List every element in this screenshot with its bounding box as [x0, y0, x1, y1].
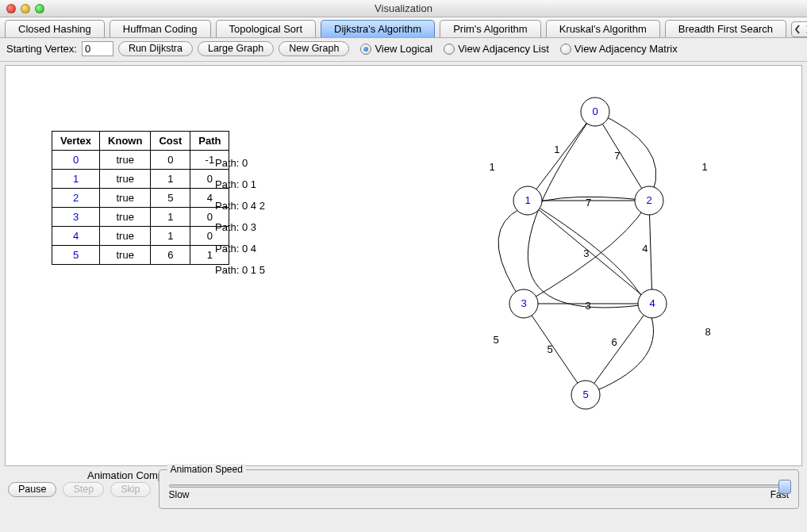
speed-label: Animation Speed	[167, 464, 246, 475]
speed-slider[interactable]	[169, 484, 790, 488]
edge-weight: 7	[614, 150, 620, 162]
tab-topological[interactable]: Topological Sort	[216, 20, 317, 37]
vertex-label: 5	[582, 388, 588, 400]
graph-diagram: 177343561518012345	[413, 82, 778, 431]
svg-line-7	[586, 304, 652, 395]
tab-scroll-buttons[interactable]	[791, 21, 807, 37]
path-text: Path: 0 3	[215, 216, 265, 238]
path-text: Path: 0 1	[215, 174, 265, 195]
th-known: Known	[100, 132, 151, 151]
th-vertex: Vertex	[52, 132, 100, 151]
edge-weight: 6	[612, 336, 617, 348]
vertex-label: 1	[525, 194, 530, 206]
radio-label: View Adjacency Matrix	[575, 43, 678, 55]
edge-weight: 3	[585, 300, 590, 312]
dijkstra-table: Vertex Known Cost Path 0true0-1 1true10 …	[52, 131, 229, 265]
edge-weight: 1	[554, 144, 559, 155]
titlebar: Visualization	[0, 0, 807, 17]
tab-bfs[interactable]: Breadth First Search	[665, 20, 786, 37]
tab-dijkstra[interactable]: Dijkstra's Algorithm	[321, 20, 435, 37]
skip-button[interactable]: Skip	[110, 482, 150, 497]
slider-thumb-icon[interactable]	[778, 480, 791, 494]
th-cost: Cost	[151, 132, 190, 151]
tabstrip: Closed Hashing Huffman Coding Topologica…	[0, 17, 807, 38]
radio-icon	[360, 44, 371, 55]
svg-line-0	[528, 112, 595, 201]
toolbar: Starting Vertex: Run Dijkstra Large Grap…	[0, 38, 807, 62]
starting-vertex-input[interactable]	[82, 41, 113, 56]
svg-line-6	[524, 304, 586, 395]
tab-closed-hashing[interactable]: Closed Hashing	[5, 20, 105, 37]
path-text: Path: 0 4 2	[215, 195, 265, 216]
vertex-label: 2	[646, 194, 651, 206]
run-dijkstra-button[interactable]: Run Dijkstra	[118, 41, 193, 56]
step-button[interactable]: Step	[63, 482, 104, 497]
table-row: 3true10	[52, 208, 229, 227]
svg-line-3	[528, 201, 652, 304]
view-adjacency-list-radio[interactable]: View Adjacency List	[444, 43, 549, 55]
radio-label: View Logical	[375, 43, 432, 55]
vertex-label: 3	[521, 297, 526, 309]
edge-weight: 4	[642, 243, 648, 255]
path-text: Path: 0 4	[215, 238, 265, 259]
speed-slow-label: Slow	[169, 489, 190, 500]
table-row: 4true10	[52, 227, 229, 246]
speed-slider-box: Animation Speed Slow Fast	[159, 469, 800, 509]
tab-scroll-icon	[795, 25, 807, 34]
table-row: 1true10	[52, 170, 229, 189]
radio-label: View Adjacency List	[458, 43, 549, 55]
edge-weight: 5	[547, 343, 552, 355]
path-text: Path: 0	[215, 152, 265, 174]
svg-line-1	[595, 112, 649, 201]
view-logical-radio[interactable]: View Logical	[360, 43, 432, 55]
table-row: 5true61	[52, 246, 229, 265]
pause-button[interactable]: Pause	[8, 482, 56, 497]
starting-vertex-label: Starting Vertex:	[6, 43, 77, 55]
edge-weight: 1	[701, 161, 707, 173]
svg-line-4	[649, 201, 652, 304]
radio-icon	[444, 44, 455, 55]
visualization-canvas: Vertex Known Cost Path 0true0-1 1true10 …	[5, 65, 802, 466]
window-title: Visualization	[0, 2, 807, 14]
table-header-row: Vertex Known Cost Path	[52, 132, 229, 151]
edge-weight: 1	[489, 161, 494, 173]
radio-icon	[560, 44, 571, 55]
edge-weight: 7	[586, 197, 591, 209]
table-row: 0true0-1	[52, 151, 229, 170]
tab-huffman[interactable]: Huffman Coding	[110, 20, 211, 37]
large-graph-button[interactable]: Large Graph	[198, 41, 274, 56]
edge-weight: 3	[583, 247, 589, 259]
path-column: Path: 0 Path: 0 1 Path: 0 4 2 Path: 0 3 …	[215, 131, 265, 281]
tab-prim[interactable]: Prim's Algorithm	[440, 20, 541, 37]
view-adjacency-matrix-radio[interactable]: View Adjacency Matrix	[560, 43, 678, 55]
edge-weight: 5	[493, 334, 498, 346]
vertex-label: 4	[649, 297, 655, 309]
tab-kruskal[interactable]: Kruskal's Algorithm	[546, 20, 660, 37]
edge-weight: 8	[705, 326, 710, 338]
vertex-label: 0	[592, 105, 598, 117]
path-text: Path: 0 1 5	[215, 259, 265, 281]
table-row: 2true54	[52, 189, 229, 208]
new-graph-button[interactable]: New Graph	[279, 41, 349, 56]
